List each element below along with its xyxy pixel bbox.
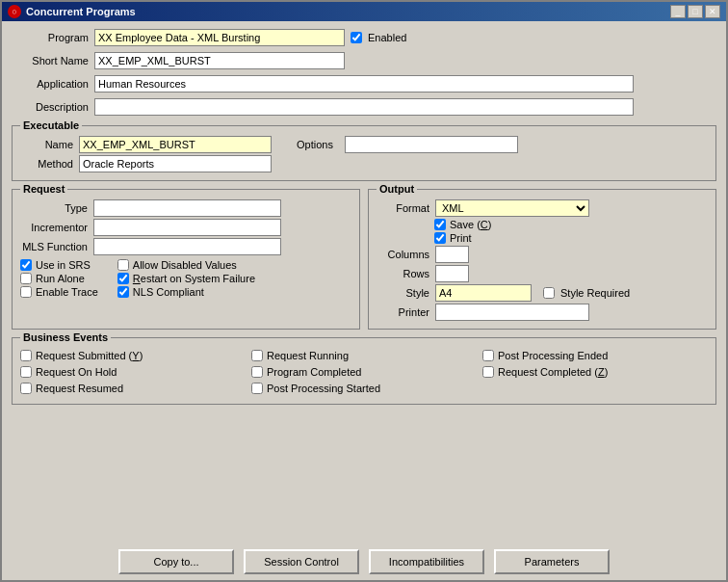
short-name-row: Short Name	[12, 52, 716, 69]
printer-input[interactable]	[435, 304, 589, 321]
bottom-buttons: Copy to... Session Control Incompatibili…	[2, 543, 726, 580]
mls-input[interactable]	[93, 238, 281, 255]
program-completed-label: Program Completed	[267, 366, 361, 378]
save-checkbox[interactable]	[434, 219, 446, 230]
request-submitted-label: Request Submitted (Y)	[36, 350, 143, 361]
post-processing-started-label: Post Processing Started	[267, 383, 380, 394]
request-on-hold-checkbox[interactable]	[20, 366, 32, 378]
columns-input[interactable]	[435, 246, 469, 263]
window-controls: _ □ ✕	[670, 5, 720, 18]
request-resumed-label: Request Resumed	[36, 383, 123, 394]
style-label: Style	[377, 287, 429, 299]
mls-label: MLS Function	[20, 241, 88, 252]
type-input[interactable]	[93, 199, 281, 217]
session-control-button[interactable]: Session Control	[244, 549, 359, 574]
restart-checkbox[interactable]	[117, 273, 129, 284]
run-alone-checkbox[interactable]	[20, 273, 32, 284]
options-label: Options	[297, 139, 333, 150]
description-input[interactable]	[94, 98, 634, 116]
print-checkbox[interactable]	[434, 232, 446, 244]
use-in-srs-checkbox[interactable]	[20, 259, 32, 271]
request-running-row: Request Running	[251, 350, 477, 361]
request-completed-row: Request Completed (Z)	[482, 366, 708, 378]
be-col-1: Request Submitted (Y) Request On Hold Re…	[20, 350, 246, 396]
run-alone-row: Run Alone	[20, 273, 98, 284]
style-row: Style Style Required	[377, 284, 708, 302]
options-input[interactable]	[345, 136, 518, 153]
business-events-label: Business Events	[20, 331, 111, 343]
request-resumed-row: Request Resumed	[20, 383, 246, 394]
post-processing-ended-checkbox[interactable]	[482, 350, 494, 361]
format-select[interactable]: XML PDF HTML TEXT RTF	[435, 199, 589, 217]
incrementor-input[interactable]	[93, 219, 281, 236]
allow-disabled-label: Allow Disabled Values	[133, 259, 237, 271]
save-row: Save (C) Print	[434, 219, 708, 244]
request-on-hold-row: Request On Hold	[20, 366, 246, 378]
application-label: Application	[12, 78, 89, 90]
request-submitted-row: Request Submitted (Y)	[20, 350, 246, 361]
request-running-checkbox[interactable]	[251, 350, 263, 361]
style-input[interactable]	[435, 284, 532, 302]
enable-trace-checkbox[interactable]	[20, 286, 32, 298]
application-input[interactable]	[94, 75, 634, 93]
rows-label: Rows	[377, 268, 429, 279]
request-on-hold-label: Request On Hold	[36, 366, 117, 378]
print-label: Print	[450, 232, 472, 244]
method-label: Method	[20, 158, 73, 170]
request-fields: Type Incrementor MLS Function	[20, 199, 351, 300]
post-processing-started-row: Post Processing Started	[251, 383, 477, 394]
minimize-button[interactable]: _	[670, 5, 686, 18]
nls-checkbox[interactable]	[117, 286, 129, 298]
enable-trace-row: Enable Trace	[20, 286, 98, 298]
allow-disabled-checkbox[interactable]	[117, 259, 129, 271]
nls-label: NLS Compliant	[133, 286, 204, 298]
output-section: Output Format XML PDF HTML TEXT RTF	[368, 189, 716, 330]
close-button[interactable]: ✕	[705, 5, 720, 18]
parameters-button[interactable]: Parameters	[494, 549, 610, 574]
printer-label: Printer	[377, 306, 429, 318]
incompatibilities-button[interactable]: Incompatibilities	[369, 549, 484, 574]
enabled-checkbox[interactable]	[351, 32, 362, 43]
run-alone-label: Run Alone	[36, 273, 85, 284]
save-label: Save (C)	[450, 219, 491, 230]
request-running-label: Request Running	[267, 350, 349, 361]
incrementor-row: Incrementor	[20, 219, 351, 236]
request-resumed-checkbox[interactable]	[20, 383, 32, 394]
window-title: Concurrent Programs	[26, 6, 136, 17]
checkboxes-left: Use in SRS Run Alone Enable Trace	[20, 259, 98, 300]
output-section-label: Output	[377, 183, 417, 195]
post-processing-started-checkbox[interactable]	[251, 383, 263, 394]
short-name-input[interactable]	[94, 52, 345, 69]
executable-method-row: Method	[20, 155, 708, 172]
maximize-button[interactable]: □	[688, 5, 703, 18]
program-input[interactable]	[94, 29, 345, 46]
checkboxes-container: Use in SRS Run Alone Enable Trace	[20, 259, 351, 300]
use-in-srs-label: Use in SRS	[36, 259, 91, 271]
business-events-section: Business Events Request Submitted (Y) Re…	[12, 337, 716, 405]
copy-to-button[interactable]: Copy to...	[118, 549, 234, 574]
style-required-label: Style Required	[560, 287, 630, 299]
format-label: Format	[377, 202, 429, 214]
description-row: Description	[12, 98, 716, 116]
columns-label: Columns	[377, 249, 429, 260]
enable-trace-label: Enable Trace	[36, 286, 98, 298]
exe-name-input[interactable]	[79, 136, 272, 153]
description-label: Description	[12, 101, 89, 113]
executable-section: Executable Name Options Method	[12, 125, 716, 181]
program-completed-checkbox[interactable]	[251, 366, 263, 378]
application-row: Application	[12, 75, 716, 93]
request-submitted-checkbox[interactable]	[20, 350, 32, 361]
request-completed-checkbox[interactable]	[482, 366, 494, 378]
method-input[interactable]	[79, 155, 272, 172]
type-row: Type	[20, 199, 351, 217]
style-required-checkbox[interactable]	[543, 287, 555, 299]
format-row: Format XML PDF HTML TEXT RTF	[377, 199, 708, 217]
title-bar-left: ○ Concurrent Programs	[8, 5, 136, 18]
incrementor-label: Incrementor	[20, 222, 88, 233]
program-row: Program Enabled	[12, 29, 716, 46]
rows-input[interactable]	[435, 265, 469, 282]
exe-name-label: Name	[20, 139, 73, 150]
mls-row: MLS Function	[20, 238, 351, 255]
use-in-srs-row: Use in SRS	[20, 259, 98, 271]
type-label: Type	[20, 202, 88, 214]
